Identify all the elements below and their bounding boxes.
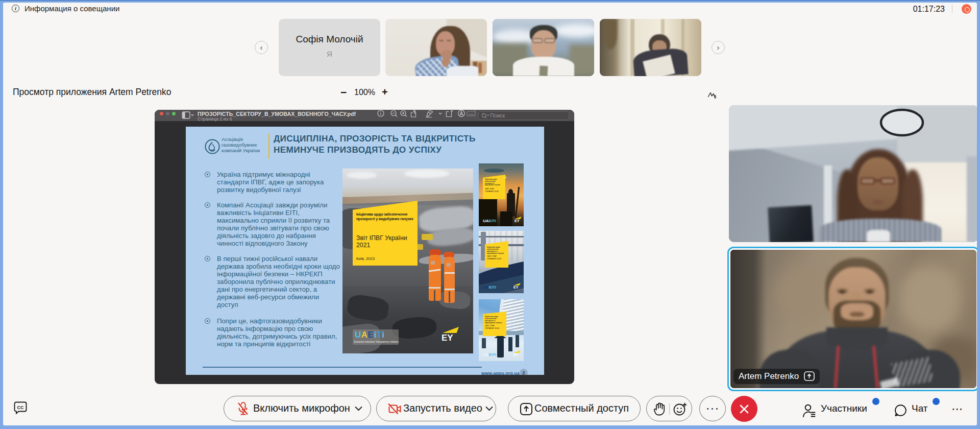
svg-text:CC: CC [17, 405, 24, 410]
